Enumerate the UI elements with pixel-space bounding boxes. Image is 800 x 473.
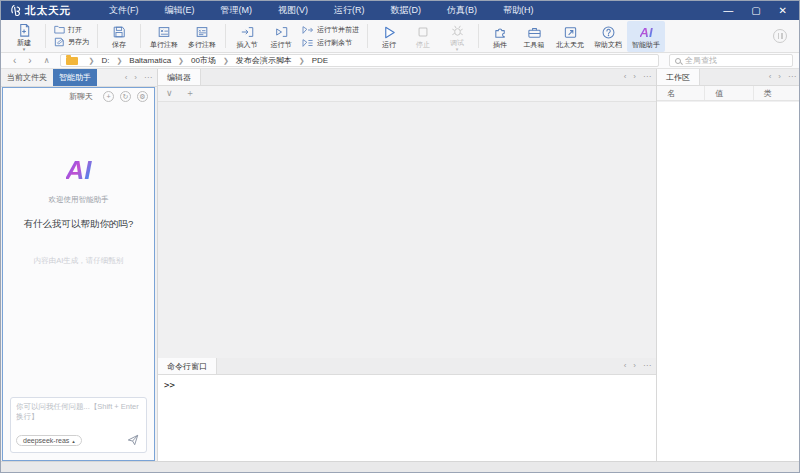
stop-button: 停止: [406, 21, 440, 52]
minimize-button[interactable]: —: [723, 6, 733, 16]
new-chat-icon[interactable]: +: [103, 91, 114, 102]
puzzle-icon: [493, 25, 508, 40]
workspace-column-headers: 名 值 类: [657, 86, 800, 101]
breadcrumb-item-drive[interactable]: D:: [101, 56, 109, 65]
nav-forward-icon[interactable]: ›: [28, 56, 31, 66]
chat-input-box: deepseek-reas ▴: [10, 397, 147, 453]
open-button[interactable]: 打开: [54, 25, 89, 34]
menu-view[interactable]: 视图(V): [278, 4, 308, 17]
menu-file[interactable]: 文件(F): [109, 4, 139, 17]
workspace-column-name[interactable]: 名: [657, 86, 705, 100]
ai-assistant-button[interactable]: AI 智能助手: [627, 21, 665, 52]
close-button[interactable]: ✕: [779, 6, 787, 16]
editor-more-icon[interactable]: ⋯: [643, 73, 651, 81]
window-controls: — ▢ ✕: [723, 6, 787, 16]
workspace-column-class[interactable]: 类: [754, 86, 800, 100]
global-search-input[interactable]: [685, 56, 787, 65]
workspace-scroll-left-icon[interactable]: ‹: [769, 73, 772, 81]
breadcrumb-item-demo-script[interactable]: 发布会演示脚本: [236, 55, 292, 66]
workspace-more-icon[interactable]: ⋯: [788, 73, 796, 81]
chat-history-icon[interactable]: ↻: [120, 91, 131, 102]
multi-comment-button[interactable]: 多行注释: [183, 21, 221, 52]
new-chat-button[interactable]: 新聊天: [69, 91, 93, 102]
toolbox-button[interactable]: 工具箱: [517, 21, 551, 52]
insert-section-icon: [240, 25, 255, 40]
help-docs-button[interactable]: 帮助文档: [589, 21, 627, 52]
command-window-console[interactable]: >>: [158, 375, 656, 461]
command-scroll-right-icon[interactable]: ›: [633, 362, 636, 370]
workspace-scroll-right-icon[interactable]: ›: [778, 73, 781, 81]
run-section-advance-icon: [302, 25, 314, 35]
chat-header: 新聊天 + ↻ ⚙: [3, 88, 154, 104]
left-dock-tab-bar: 当前文件夹 智能助手 ‹ › ⋯: [1, 69, 157, 87]
address-bar-row: ‹ › ∧ ❯ D: ❯ Baltamatica ❯ 00市场 ❯ 发布会演示脚…: [1, 53, 800, 69]
open-folder-icon: [54, 25, 65, 34]
editor-scroll-left-icon[interactable]: ‹: [624, 73, 627, 81]
menu-data[interactable]: 数据(D): [391, 4, 422, 17]
command-window-controls: ‹ › ⋯: [624, 358, 656, 374]
debug-button: 调试 ▾: [440, 21, 474, 52]
single-comment-button[interactable]: 单行注释: [145, 21, 183, 52]
breadcrumb-item-market[interactable]: 00市场: [191, 55, 216, 66]
tab-scroll-left-icon[interactable]: ‹: [125, 74, 128, 82]
tab-current-folder[interactable]: 当前文件夹: [1, 69, 53, 86]
dock-more-icon[interactable]: ⋯: [144, 74, 152, 82]
editor-new-tab-icon[interactable]: ＋: [186, 89, 195, 98]
app-logo-icon: [9, 4, 22, 17]
workspace-column-value[interactable]: 值: [705, 86, 753, 100]
collapse-ribbon-icon[interactable]: [773, 29, 787, 43]
maximize-button[interactable]: ▢: [751, 6, 760, 16]
plugins-button[interactable]: 插件: [483, 21, 517, 52]
model-name: deepseek-reas: [23, 437, 69, 444]
baltam-home-button[interactable]: 北太天元: [551, 21, 589, 52]
editor-panel-title: 编辑器: [158, 69, 201, 85]
menu-help[interactable]: 帮助(H): [503, 4, 534, 17]
workspace-panel-title: 工作区: [657, 69, 700, 85]
nav-up-icon[interactable]: ∧: [44, 56, 50, 66]
menu-simulation[interactable]: 仿真(B): [447, 4, 477, 17]
command-prompt: >>: [164, 380, 175, 390]
chat-welcome-text: 欢迎使用智能助手: [49, 195, 109, 205]
toolbox-icon: [527, 25, 542, 40]
new-file-icon: [17, 23, 32, 38]
editor-panel-controls: ‹ › ⋯: [624, 69, 656, 85]
ai-assistant-logo: AI: [66, 156, 92, 184]
chat-message-input[interactable]: [16, 402, 141, 430]
breadcrumb-separator: ❯: [89, 57, 95, 65]
menu-manage[interactable]: 管理(M): [221, 4, 253, 17]
breadcrumb-item-pde[interactable]: PDE: [312, 56, 328, 65]
run-remaining-icon: [302, 38, 314, 48]
toolbar-separator: [478, 24, 479, 48]
run-section-advance-button[interactable]: 运行节并前进: [302, 25, 359, 35]
tab-ai-assistant[interactable]: 智能助手: [53, 69, 97, 86]
menu-edit[interactable]: 编辑(E): [165, 4, 195, 17]
save-button[interactable]: 保存: [102, 21, 136, 52]
title-bar: 北太天元 文件(F) 编辑(E) 管理(M) 视图(V) 运行(R) 数据(D)…: [1, 1, 800, 20]
run-section-group: 运行节并前进 运行剩余节: [298, 21, 363, 52]
editor-scroll-right-icon[interactable]: ›: [633, 73, 636, 81]
menu-run[interactable]: 运行(R): [334, 4, 365, 17]
run-section-button[interactable]: 运行节: [264, 21, 298, 52]
chat-input-toolbar: deepseek-reas ▴: [16, 434, 141, 446]
run-button[interactable]: 运行: [372, 21, 406, 52]
search-icon: [675, 58, 681, 64]
model-selector[interactable]: deepseek-reas ▴: [16, 435, 82, 446]
run-remaining-button[interactable]: 运行剩余节: [302, 38, 359, 48]
app-title: 北太天元: [25, 4, 71, 18]
insert-section-button[interactable]: 插入节: [230, 21, 264, 52]
new-button[interactable]: 新建 ▾: [7, 21, 41, 52]
command-scroll-left-icon[interactable]: ‹: [624, 362, 627, 370]
tab-scroll-right-icon[interactable]: ›: [134, 74, 137, 82]
command-more-icon[interactable]: ⋯: [643, 362, 651, 370]
breadcrumb-item-baltamatica[interactable]: Baltamatica: [129, 56, 171, 65]
debug-dropdown-caret-icon: ▾: [456, 47, 459, 51]
command-window-header: 命令行窗口 ‹ › ⋯: [158, 358, 656, 375]
save-as-button[interactable]: 另存为: [54, 37, 89, 47]
editor-tab-list-icon[interactable]: ∨: [166, 89, 173, 98]
menu-bar: 文件(F) 编辑(E) 管理(M) 视图(V) 运行(R) 数据(D) 仿真(B…: [109, 4, 534, 17]
path-breadcrumb[interactable]: ❯ D: ❯ Baltamatica ❯ 00市场 ❯ 发布会演示脚本 ❯ PD…: [60, 54, 659, 67]
toolbar-separator: [97, 24, 98, 48]
send-message-icon[interactable]: [127, 434, 139, 446]
chat-settings-icon[interactable]: ⚙: [137, 91, 148, 102]
nav-back-icon[interactable]: ‹: [13, 56, 16, 66]
